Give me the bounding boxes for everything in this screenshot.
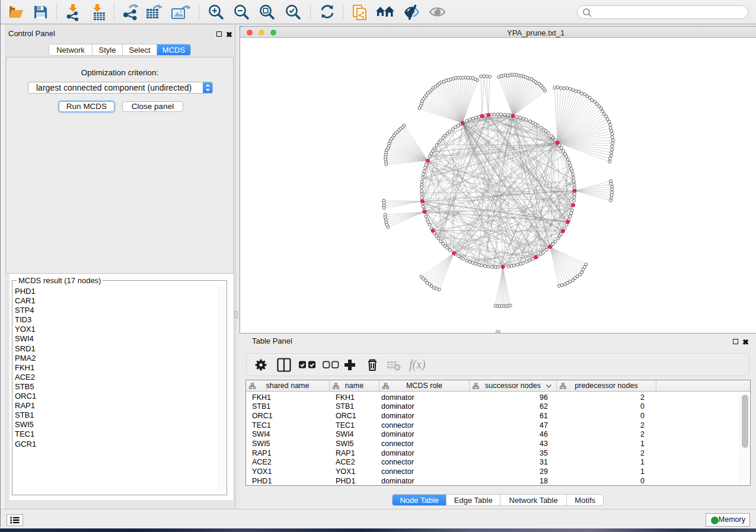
svg-text:f(x): f(x) <box>409 358 426 371</box>
